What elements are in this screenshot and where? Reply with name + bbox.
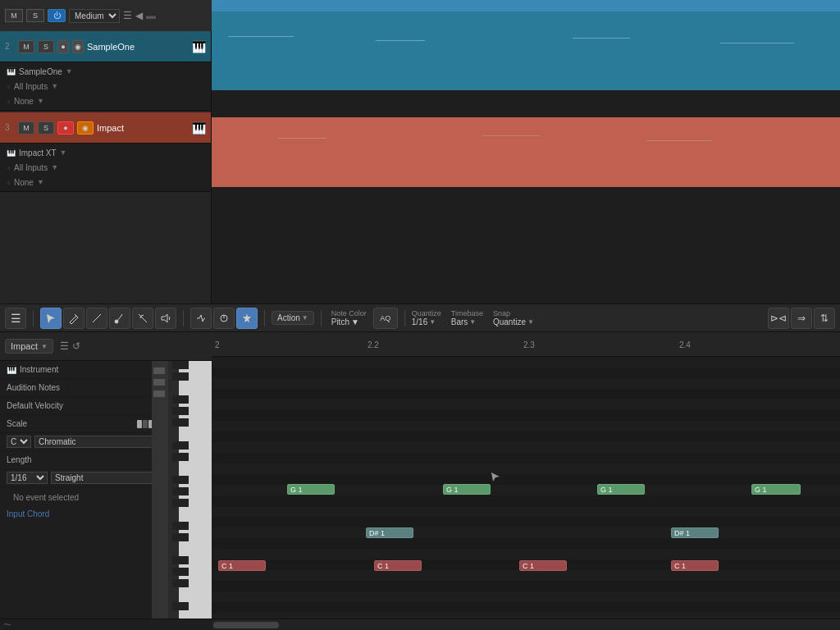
scroll-left-panel: 〜 (0, 619, 212, 630)
timebase-box: Timebase Bars ▼ (451, 309, 483, 326)
menu-icon[interactable]: ☰ (5, 308, 26, 329)
grid-area[interactable]: 2 2.2 2.3 2.4 G 1 G 1 G 1 (212, 332, 840, 630)
cursor (491, 472, 500, 482)
note-c1-4[interactable]: C 1 (671, 560, 719, 571)
svg-line-0 (93, 314, 101, 322)
quantize-value: 1/16 (412, 317, 427, 326)
active-tool[interactable] (236, 308, 258, 329)
timebase-val[interactable]: Bars ▼ (451, 317, 483, 326)
marker-22: 2.2 (368, 332, 379, 357)
nav-left-icon[interactable]: ◀ (135, 10, 143, 21)
snap-box: Snap Quantize ▼ (493, 309, 534, 326)
marker-23: 2.3 (523, 332, 535, 357)
note-c1-2[interactable]: C 1 (374, 560, 422, 571)
note-c1-3[interactable]: C 1 (519, 560, 567, 571)
m-button[interactable]: M (5, 9, 23, 22)
key-select[interactable]: C (7, 436, 31, 448)
loop-arrow-btn[interactable]: ⇒ (791, 308, 812, 329)
transport-btns: ⊳⊲ ⇒ ⇅ (768, 308, 835, 329)
track3-arm-btn[interactable]: ◉ (77, 121, 94, 135)
snap-val[interactable]: Quantize ▼ (493, 317, 534, 326)
track2-header: 2 M S ● ◉ SampleOne 🎹 (0, 31, 211, 62)
line-tool[interactable] (86, 308, 107, 329)
seq-name-dropdown[interactable]: Impact ▼ (5, 339, 53, 354)
no-event-label: No event selected (7, 490, 85, 505)
note-ds1-1[interactable]: D# 1 (366, 527, 413, 538)
track2-input: All Inputs (14, 82, 48, 91)
scroll-thumb[interactable] (213, 622, 279, 628)
note-color-label: Note Color (331, 309, 367, 317)
speaker-tool[interactable] (155, 308, 176, 329)
track2-lane (212, 11, 840, 90)
track3-name: Impact (97, 123, 189, 133)
loop-start-btn[interactable]: ⊳⊲ (768, 308, 789, 329)
track3-input: All Inputs (14, 163, 48, 172)
list-icon[interactable]: ☰ (123, 10, 132, 21)
quantize-arrow: ▼ (429, 318, 436, 326)
action-label: Action (277, 313, 300, 322)
midi-tool1[interactable] (190, 308, 212, 329)
marker-24: 2.4 (679, 332, 691, 357)
seq-header-row: Impact ▼ ☰ ↺ (0, 332, 212, 361)
track3-header: 3 M S ● ◉ Impact 🎹 (0, 112, 211, 144)
loop-toggle-btn[interactable]: ⇅ (814, 308, 835, 329)
track2-instrument: SampleOne (19, 67, 62, 76)
toolbar-tools: ☰ (5, 308, 26, 329)
speed-select[interactable]: Medium Slow Fast (69, 9, 120, 23)
loop-view-icon[interactable]: ↺ (72, 340, 80, 352)
paint-tool[interactable] (109, 308, 130, 329)
pencil-tool[interactable] (63, 308, 84, 329)
svg-marker-3 (162, 314, 167, 322)
track2-m-btn[interactable]: M (18, 40, 34, 53)
track3-s-btn[interactable]: S (38, 121, 54, 135)
midi-tool2[interactable] (213, 308, 235, 329)
timeline-bar: 2 2.2 2.3 2.4 (212, 332, 840, 357)
power-button[interactable]: ⏻ (48, 9, 66, 22)
track3-lane (212, 117, 840, 187)
track2-arm-btn[interactable]: ◉ (72, 40, 84, 53)
midi-tools (190, 308, 258, 329)
waveform-icon: 〜 (3, 619, 11, 631)
track2-input-btn[interactable]: ● (57, 40, 69, 53)
nav-right-icon[interactable]: ▬ (146, 10, 156, 21)
timebase-arrow: ▼ (469, 318, 476, 326)
aq-button[interactable]: AQ (373, 308, 398, 329)
snap-arrow: ▼ (527, 318, 534, 326)
note-color-val[interactable]: Pitch ▼ (331, 317, 359, 326)
timebase-value: Bars (451, 317, 468, 326)
track2-output: None (14, 97, 34, 106)
snap-value: Quantize (493, 317, 526, 326)
track2-num: 2 (5, 42, 15, 51)
seq-toolbar: ☰ (0, 304, 840, 332)
track-list: M S ⏻ Medium Slow Fast ☰ ◀ ▬ 2 M S ● ◉ S… (0, 0, 212, 304)
scroll-bar[interactable] (212, 619, 840, 630)
quantize-val[interactable]: 1/16 ▼ (412, 317, 441, 326)
track3-rec-btn[interactable]: ● (57, 121, 74, 135)
note-grid: G 1 G 1 G 1 G 1 D# 1 D# 1 C 1 C 1 C 1 C … (212, 357, 840, 630)
piano-keys: C 2 C 1 (152, 361, 212, 630)
action-arrow: ▼ (302, 314, 308, 322)
select-tool[interactable] (40, 308, 62, 329)
seq-name-label: Impact (11, 341, 38, 351)
input-chord-label[interactable]: Input Chord (7, 509, 49, 518)
track3-instrument: Impact XT (19, 148, 57, 158)
note-ds1-2[interactable]: D# 1 (671, 527, 719, 538)
length-val-select[interactable]: 1/16 (7, 472, 48, 484)
mute-tool[interactable] (132, 308, 153, 329)
note-g1-4[interactable]: G 1 (751, 484, 801, 495)
action-dropdown[interactable]: Action ▼ (272, 311, 314, 325)
svg-point-1 (115, 320, 118, 323)
quantize-label: Quantize (412, 309, 441, 317)
snap-label: Snap (493, 309, 534, 317)
note-g1-2[interactable]: G 1 (443, 484, 491, 495)
list-view-icon[interactable]: ☰ (60, 340, 69, 352)
track3-m-btn[interactable]: M (18, 121, 34, 135)
note-g1-3[interactable]: G 1 (597, 484, 645, 495)
s-button[interactable]: S (26, 9, 44, 22)
track2-s-btn[interactable]: S (38, 40, 54, 53)
note-c1-1[interactable]: C 1 (218, 560, 266, 571)
seq-name-arrow: ▼ (41, 343, 48, 350)
track3-num: 3 (5, 123, 15, 132)
note-g1-1[interactable]: G 1 (287, 484, 335, 495)
track2-name: SampleOne (87, 42, 189, 52)
